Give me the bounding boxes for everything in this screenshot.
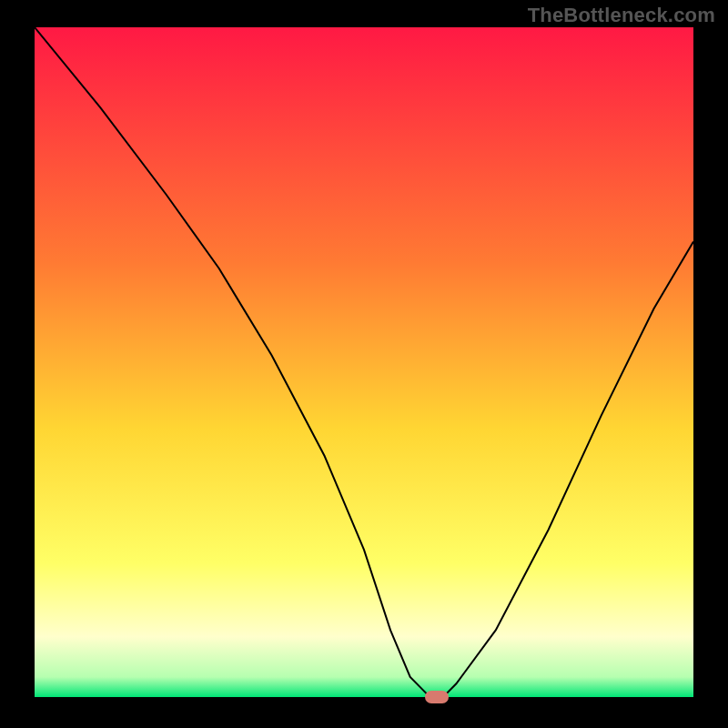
watermark-text: TheBottleneck.com bbox=[528, 4, 715, 27]
plot-area bbox=[35, 27, 693, 697]
chart-frame: TheBottleneck.com bbox=[0, 0, 728, 728]
gradient-rect bbox=[35, 27, 693, 697]
plot-svg bbox=[35, 27, 693, 697]
optimal-marker bbox=[425, 691, 449, 703]
